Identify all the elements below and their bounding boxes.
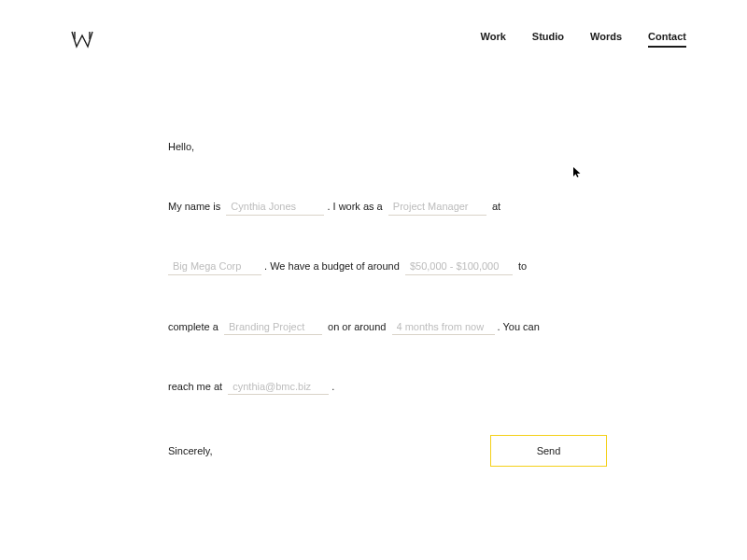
contact-form: Hello, My name is . I work as a at . We … [168, 135, 607, 467]
text-complete: complete a [168, 315, 224, 338]
nav-words[interactable]: Words [590, 31, 622, 46]
logo-icon[interactable] [70, 28, 94, 50]
send-button[interactable]: Send [490, 435, 607, 467]
company-field[interactable] [168, 260, 261, 275]
timeline-field[interactable] [392, 320, 495, 335]
text-period: . [329, 375, 334, 398]
text-my-name-is: My name is [168, 195, 226, 217]
email-field[interactable] [228, 380, 329, 395]
text-reach: reach me at [168, 375, 228, 398]
text-i-work-as: . I work as a [324, 195, 388, 217]
header: Work Studio Words Contact [0, 0, 747, 50]
form-line-1: My name is . I work as a at [168, 195, 607, 217]
text-budget: . We have a budget of around [261, 255, 405, 277]
form-line-2: . We have a budget of around to [168, 255, 607, 277]
text-to: to [513, 255, 527, 277]
budget-field[interactable] [405, 260, 513, 275]
nav-work[interactable]: Work [480, 31, 505, 46]
text-at: at [486, 195, 500, 217]
nav-studio[interactable]: Studio [532, 31, 564, 46]
name-field[interactable] [226, 201, 324, 216]
text-on-or-around: on or around [322, 315, 392, 338]
signoff-text: Sincerely, [168, 440, 212, 462]
form-line-3: complete a on or around . You can [168, 315, 607, 338]
form-line-4: reach me at . [168, 375, 607, 398]
signoff-row: Sincerely, Send [168, 435, 607, 467]
main-nav: Work Studio Words Contact [480, 31, 686, 48]
greeting-text: Hello, [168, 135, 607, 158]
project-field[interactable] [224, 320, 322, 335]
role-field[interactable] [388, 201, 486, 216]
nav-contact[interactable]: Contact [648, 31, 686, 48]
text-you-can: . You can [495, 315, 540, 338]
